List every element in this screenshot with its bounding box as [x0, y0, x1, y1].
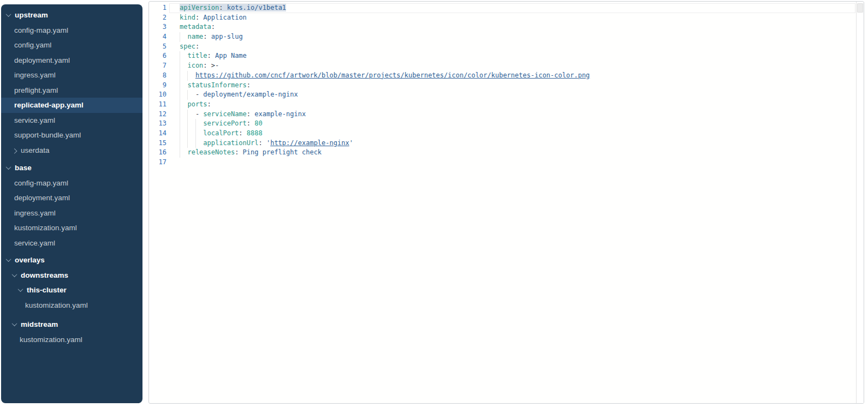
code-line-content[interactable]: https://github.com/cncf/artwork/blob/mas… — [169, 71, 855, 81]
tree-item-label: service.yaml — [14, 116, 55, 124]
link-text[interactable]: http://example-nginx — [270, 139, 349, 147]
line-number[interactable]: 9 — [149, 81, 169, 91]
code-line-13[interactable]: 13servicePort: 80 — [149, 119, 855, 129]
code-token: : — [207, 52, 211, 59]
tree-file-replicated-app.yaml[interactable]: replicated-app.yaml — [1, 98, 142, 113]
code-line-3[interactable]: 3metadata: — [149, 22, 855, 32]
tree-file-kustomization.yaml[interactable]: kustomization.yaml — [1, 220, 142, 236]
code-token: servicePort — [203, 119, 246, 127]
code-line-content[interactable] — [169, 158, 855, 167]
chevron-right-icon — [12, 148, 17, 154]
line-number[interactable]: 2 — [149, 13, 169, 23]
tree-file-support-bundle.yaml[interactable]: support-bundle.yaml — [1, 128, 142, 143]
code-line-content[interactable]: icon: >- — [169, 61, 855, 71]
code-line-content[interactable]: - deployment/example-nginx — [169, 90, 855, 100]
line-number[interactable]: 14 — [149, 129, 169, 139]
yaml-editor[interactable]: 1apiVersion: kots.io/v1beta12kind: Appli… — [148, 1, 864, 404]
tree-folder-userdata[interactable]: userdata — [1, 143, 142, 158]
line-number[interactable]: 6 — [149, 51, 169, 61]
line-number[interactable]: 16 — [149, 148, 169, 158]
code-line-12[interactable]: 12- serviceName: example-nginx — [149, 110, 855, 119]
code-line-content[interactable]: statusInformers: — [169, 81, 855, 91]
tree-file-config-map.yaml[interactable]: config-map.yaml — [1, 23, 142, 38]
indent-guide — [195, 129, 203, 139]
tree-file-service.yaml[interactable]: service.yaml — [1, 113, 142, 128]
tree-folder-this-cluster[interactable]: this-cluster — [1, 283, 142, 298]
code-line-content[interactable]: - serviceName: example-nginx — [169, 110, 855, 119]
indent-guide — [180, 90, 187, 100]
link-text[interactable]: https://github.com/cncf/artwork/blob/mas… — [195, 71, 590, 79]
indent-guide — [180, 148, 187, 158]
line-number[interactable]: 17 — [149, 158, 169, 167]
tree-file-config.yaml[interactable]: config.yaml — [1, 38, 142, 53]
line-number[interactable]: 4 — [149, 32, 169, 42]
code-line-14[interactable]: 14localPort: 8888 — [149, 129, 855, 139]
code-line-4[interactable]: 4name: app-slug — [149, 32, 855, 42]
tree-file-deployment.yaml[interactable]: deployment.yaml — [1, 53, 142, 68]
code-line-8[interactable]: 8https://github.com/cncf/artwork/blob/ma… — [149, 71, 855, 81]
line-number[interactable]: 5 — [149, 42, 169, 52]
tree-folder-base[interactable]: base — [1, 160, 142, 176]
code-line-16[interactable]: 16releaseNotes: Ping preflight check — [149, 148, 855, 158]
code-line-content[interactable]: kind: Application — [169, 13, 855, 23]
tree-file-ingress.yaml[interactable]: ingress.yaml — [1, 206, 142, 221]
tree-folder-downstreams[interactable]: downstreams — [1, 268, 142, 283]
code-line-content[interactable]: spec: — [169, 42, 855, 52]
code-token: ports — [187, 100, 207, 108]
tree-folder-overlays[interactable]: overlays — [1, 253, 142, 268]
scrollbar-thumb[interactable] — [857, 3, 863, 13]
code-line-15[interactable]: 15applicationUrl: 'http://example-nginx' — [149, 139, 855, 148]
code-line-9[interactable]: 9statusInformers: — [149, 81, 855, 91]
tree-file-kustomization.yaml[interactable]: kustomization.yaml — [1, 332, 142, 348]
tree-file-deployment.yaml[interactable]: deployment.yaml — [1, 190, 142, 206]
code-line-content[interactable]: title: App Name — [169, 51, 855, 61]
line-number[interactable]: 8 — [149, 71, 169, 81]
tree-file-preflight.yaml[interactable]: preflight.yaml — [1, 83, 142, 98]
line-number[interactable]: 7 — [149, 61, 169, 71]
code-line-content[interactable]: name: app-slug — [169, 32, 855, 42]
code-line-5[interactable]: 5spec: — [149, 42, 855, 52]
tree-folder-upstream[interactable]: upstream — [1, 8, 142, 23]
line-number[interactable]: 11 — [149, 100, 169, 110]
code-line-17[interactable]: 17 — [149, 158, 855, 167]
code-token: metadata — [180, 23, 211, 31]
code-token: Ping preflight check — [239, 148, 322, 156]
code-token: title — [187, 52, 207, 59]
line-number[interactable]: 13 — [149, 119, 169, 129]
indent-guide — [187, 110, 195, 119]
code-line-content[interactable]: ports: — [169, 100, 855, 110]
code-line-content[interactable]: metadata: — [169, 22, 855, 32]
code-line-content[interactable]: applicationUrl: 'http://example-nginx' — [169, 139, 855, 148]
kots-file-tree-view: upstreamconfig-map.yamlconfig.yamldeploy… — [0, 0, 868, 407]
tree-item-label: kustomization.yaml — [20, 336, 82, 344]
code-line-2[interactable]: 2kind: Application — [149, 13, 855, 23]
tree-file-ingress.yaml[interactable]: ingress.yaml — [1, 68, 142, 83]
code-line-content[interactable]: servicePort: 80 — [169, 119, 855, 129]
code-token: App Name — [211, 52, 247, 59]
code-line-content[interactable]: releaseNotes: Ping preflight check — [169, 148, 855, 158]
line-number[interactable]: 1 — [149, 3, 169, 13]
code-line-content[interactable]: apiVersion: kots.io/v1beta1 — [169, 3, 855, 13]
code-token: : — [247, 110, 251, 118]
code-line-10[interactable]: 10- deployment/example-nginx — [149, 90, 855, 100]
code-token: apiVersion — [180, 4, 219, 11]
code-token: app-slug — [207, 33, 243, 40]
code-line-content[interactable]: localPort: 8888 — [169, 129, 855, 139]
code-token: applicationUrl — [203, 139, 258, 147]
tree-file-service.yaml[interactable]: service.yaml — [1, 236, 142, 251]
code-line-1[interactable]: 1apiVersion: kots.io/v1beta1 — [149, 3, 855, 13]
line-number[interactable]: 10 — [149, 90, 169, 100]
chevron-down-icon — [12, 272, 17, 277]
line-number[interactable]: 15 — [149, 139, 169, 148]
code-token: kind — [180, 14, 195, 21]
tree-file-config-map.yaml[interactable]: config-map.yaml — [1, 176, 142, 191]
editor-scrollbar[interactable] — [856, 2, 864, 403]
code-line-7[interactable]: 7icon: >- — [149, 61, 855, 71]
line-number[interactable]: 12 — [149, 110, 169, 119]
tree-folder-midstream[interactable]: midstream — [1, 317, 142, 332]
code-token: : — [239, 129, 242, 137]
line-number[interactable]: 3 — [149, 22, 169, 32]
code-line-6[interactable]: 6title: App Name — [149, 51, 855, 61]
code-line-11[interactable]: 11ports: — [149, 100, 855, 110]
tree-file-kustomization.yaml[interactable]: kustomization.yaml — [1, 298, 142, 313]
